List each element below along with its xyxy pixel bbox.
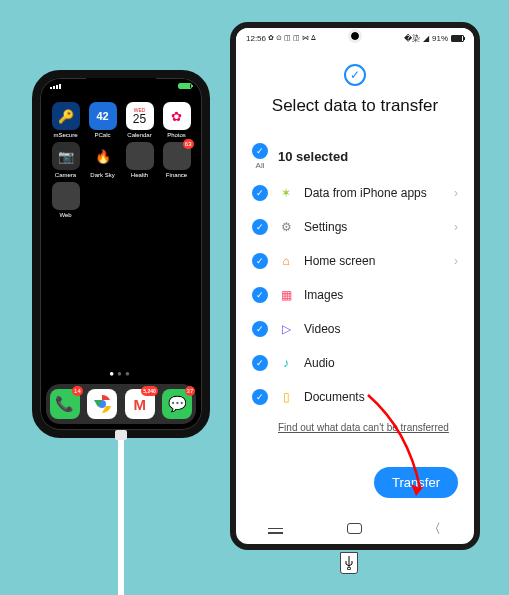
image-icon: ▦ [278, 287, 294, 303]
checkbox-icon[interactable]: ✓ [252, 389, 268, 405]
audio-icon: ♪ [278, 355, 294, 371]
folder-icon [52, 182, 80, 210]
item-videos[interactable]: ✓ ▷ Videos [252, 312, 458, 346]
page-title: Select data to transfer [252, 96, 458, 116]
android-status-bar: 12:56 ✿ ⊙ ◫ ◫ ⋈ ᐃ �染 ◢ 91% [236, 28, 474, 48]
badge: 14 [72, 386, 83, 396]
calc-icon: 42 [89, 102, 117, 130]
item-audio[interactable]: ✓ ♪ Audio [252, 346, 458, 380]
lightning-cable [118, 438, 124, 595]
chrome-icon [92, 394, 112, 414]
signal-icon: ◢ [423, 34, 429, 43]
app-label: PCalc [94, 132, 110, 138]
nav-home[interactable] [347, 522, 362, 537]
folder-icon [126, 142, 154, 170]
badge: 37 [185, 386, 196, 396]
battery-icon [178, 83, 192, 89]
battery-icon [451, 35, 464, 42]
gear-icon: ⚙ [278, 219, 294, 235]
app-label: Finance [166, 172, 187, 178]
flame-icon: 🔥 [89, 142, 117, 170]
chevron-right-icon: › [454, 254, 458, 268]
photos-icon: ✿ [163, 102, 191, 130]
badge: 63 [183, 139, 194, 149]
checkbox-icon[interactable]: ✓ [252, 219, 268, 235]
app-pcalc[interactable]: 42 PCalc [85, 102, 120, 138]
footnote-link[interactable]: Find out what data can't be transferred [278, 422, 458, 433]
iphone-home-grid: 🔑 mSecure 42 PCalc WED 25 Calendar ✿ Pho… [48, 102, 194, 218]
checkbox-all[interactable]: ✓ [252, 143, 268, 159]
chevron-right-icon: › [454, 220, 458, 234]
folder-web[interactable]: Web [48, 182, 83, 218]
app-label: Health [131, 172, 148, 178]
dock-gmail[interactable]: M 5,240 [125, 389, 155, 419]
dock-messages[interactable]: 💬 37 [162, 389, 192, 419]
select-all-row[interactable]: ✓ All 10 selected [252, 134, 458, 176]
key-icon: 🔑 [52, 102, 80, 130]
chevron-right-icon: › [454, 186, 458, 200]
battery-text: 91% [432, 34, 448, 43]
status-right: �染 ◢ 91% [404, 33, 464, 44]
all-label: All [256, 161, 265, 170]
item-label: Settings [304, 220, 444, 234]
camera-icon: 📷 [52, 142, 80, 170]
item-images[interactable]: ✓ ▦ Images [252, 278, 458, 312]
iphone-device: 🔑 mSecure 42 PCalc WED 25 Calendar ✿ Pho… [32, 70, 210, 438]
check-circle-icon: ✓ [344, 64, 366, 86]
checkbox-icon[interactable]: ✓ [252, 321, 268, 337]
calendar-icon: WED 25 [126, 102, 154, 130]
app-calendar[interactable]: WED 25 Calendar [122, 102, 157, 138]
status-left: 12:56 ✿ ⊙ ◫ ◫ ⋈ ᐃ [246, 34, 316, 43]
iphone-dock: 📞 14 M 5,240 💬 37 [46, 384, 196, 424]
app-label: Calendar [127, 132, 151, 138]
item-iphone-apps[interactable]: ✓ ✶ Data from iPhone apps › [252, 176, 458, 210]
dock-phone[interactable]: 📞 14 [50, 389, 80, 419]
folder-icon: 63 [163, 142, 191, 170]
app-label: Web [59, 212, 71, 218]
folder-health[interactable]: Health [122, 142, 157, 178]
nav-back[interactable]: 〈 [427, 520, 442, 538]
checkbox-icon[interactable]: ✓ [252, 253, 268, 269]
item-documents[interactable]: ✓ ▯ Documents [252, 380, 458, 414]
item-label: Videos [304, 322, 458, 336]
checkbox-icon[interactable]: ✓ [252, 185, 268, 201]
page-indicator: ●●● [40, 369, 202, 378]
app-label: Dark Sky [90, 172, 114, 178]
item-label: Home screen [304, 254, 444, 268]
item-home-screen[interactable]: ✓ ⌂ Home screen › [252, 244, 458, 278]
selected-summary: 10 selected [278, 149, 458, 164]
apps-icon: ✶ [278, 185, 294, 201]
app-camera[interactable]: 📷 Camera [48, 142, 83, 178]
item-label: Data from iPhone apps [304, 186, 444, 200]
app-msecure[interactable]: 🔑 mSecure [48, 102, 83, 138]
item-settings[interactable]: ✓ ⚙ Settings › [252, 210, 458, 244]
item-label: Images [304, 288, 458, 302]
punch-hole-camera [351, 32, 359, 40]
app-label: Photos [167, 132, 186, 138]
usb-icon [340, 552, 358, 574]
app-darksky[interactable]: 🔥 Dark Sky [85, 142, 120, 178]
nav-recent[interactable] [268, 522, 283, 537]
app-photos[interactable]: ✿ Photos [159, 102, 194, 138]
home-icon: ⌂ [278, 253, 294, 269]
android-nav-bar: 〈 [236, 514, 474, 544]
app-label: Camera [55, 172, 76, 178]
wifi-icon: �染 [404, 33, 420, 44]
folder-finance[interactable]: 63 Finance [159, 142, 194, 178]
video-icon: ▷ [278, 321, 294, 337]
signal-icon [50, 84, 61, 89]
status-time: 12:56 [246, 34, 266, 43]
document-icon: ▯ [278, 389, 294, 405]
badge: 5,240 [141, 386, 158, 396]
app-label: mSecure [53, 132, 77, 138]
android-device: 12:56 ✿ ⊙ ◫ ◫ ⋈ ᐃ �染 ◢ 91% ✓ Select data… [230, 22, 480, 550]
transfer-screen: ✓ Select data to transfer ✓ All 10 selec… [236, 48, 474, 514]
item-label: Audio [304, 356, 458, 370]
status-icons: ✿ ⊙ ◫ ◫ ⋈ ᐃ [268, 34, 316, 42]
item-label: Documents [304, 390, 458, 404]
checkbox-icon[interactable]: ✓ [252, 355, 268, 371]
transfer-button[interactable]: Transfer [374, 467, 458, 498]
checkbox-icon[interactable]: ✓ [252, 287, 268, 303]
iphone-notch [86, 78, 156, 92]
dock-chrome[interactable] [87, 389, 117, 419]
